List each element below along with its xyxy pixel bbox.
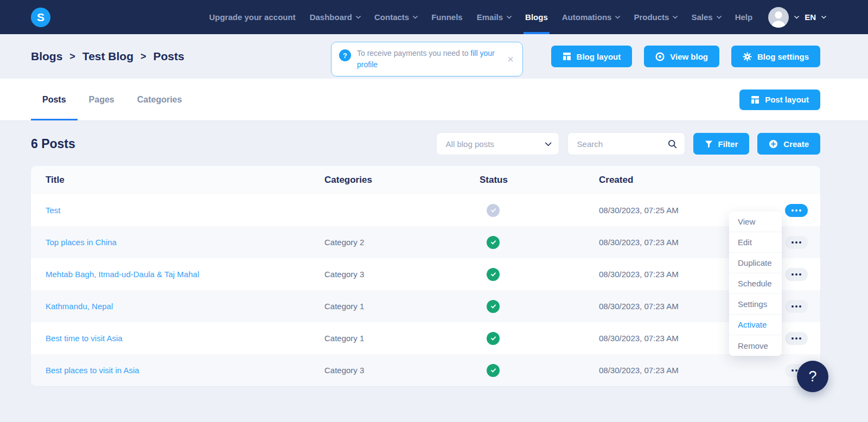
blog-posts-filter-select[interactable]: All blog posts — [436, 132, 559, 155]
nav-item-funnels[interactable]: Funnels — [424, 0, 470, 34]
table-rows: Test 08/30/2023, 07:25 AM Top places in … — [31, 194, 820, 386]
menu-item-edit[interactable]: Edit — [729, 232, 782, 253]
posts-count-heading: 6 Posts — [31, 137, 75, 151]
post-title-link[interactable]: Mehtab Bagh, Itmad-ud-Daula & Taj Mahal — [46, 270, 324, 279]
language-selector[interactable]: EN — [805, 12, 816, 22]
nav-item-help[interactable]: Help — [728, 0, 760, 34]
blog-layout-button[interactable]: Blog layout — [551, 46, 633, 67]
nav-item-upgrade-your-account[interactable]: Upgrade your account — [202, 0, 302, 34]
user-avatar[interactable] — [768, 7, 789, 28]
tab-pages[interactable]: Pages — [78, 79, 126, 120]
table-row: Best time to visit Asia Category 1 08/30… — [31, 322, 820, 354]
nav-item-automations[interactable]: Automations — [555, 0, 627, 34]
nav-item-products[interactable]: Products — [627, 0, 684, 34]
row-actions-button[interactable] — [785, 300, 808, 313]
select-value: All blog posts — [446, 139, 494, 149]
layout-icon — [563, 52, 571, 61]
breadcrumb-item-blogs[interactable]: Blogs — [31, 50, 62, 63]
tabs: Posts Pages Categories — [31, 79, 193, 120]
post-created-date: 08/30/2023, 07:23 AM — [599, 366, 759, 375]
row-actions-button[interactable] — [785, 332, 808, 345]
funnel-icon — [705, 140, 713, 148]
menu-item-remove[interactable]: Remove — [729, 335, 782, 356]
table-row: Best places to visit in Asia Category 3 … — [31, 354, 820, 386]
chevron-down-icon — [716, 14, 722, 19]
table-row: Top places in China Category 2 08/30/202… — [31, 226, 820, 258]
menu-item-view[interactable]: View — [729, 212, 782, 232]
menu-item-activate[interactable]: Activate — [729, 315, 782, 335]
check-icon — [490, 207, 497, 214]
post-title-link[interactable]: Kathmandu, Nepal — [46, 302, 324, 311]
nav-item-contacts[interactable]: Contacts — [367, 0, 424, 34]
row-actions-button[interactable] — [785, 236, 808, 249]
payment-notification-banner: ? To receive payments you need to fill y… — [331, 42, 523, 76]
chevron-down-icon — [507, 14, 512, 19]
content-toolbar: 6 Posts All blog posts Filter — [31, 132, 820, 156]
post-layout-button[interactable]: Post layout — [739, 89, 820, 110]
menu-item-duplicate[interactable]: Duplicate — [729, 253, 782, 273]
breadcrumb-item-posts[interactable]: Posts — [154, 50, 184, 63]
status-published-icon — [487, 332, 500, 345]
column-created: Created — [599, 175, 759, 186]
posts-table: Title Categories Status Created Test 08/… — [31, 166, 820, 386]
nav-item-emails[interactable]: Emails — [470, 0, 518, 34]
breadcrumb: Blogs>Test Blog>Posts — [31, 50, 184, 63]
post-category: Category 1 — [324, 302, 480, 311]
search-icon — [668, 139, 677, 149]
nav-item-sales[interactable]: Sales — [684, 0, 727, 34]
menu-item-settings[interactable]: Settings — [729, 294, 782, 315]
chevron-down-icon — [673, 14, 678, 19]
row-actions-button[interactable] — [785, 204, 808, 217]
check-icon — [490, 367, 497, 374]
nav-item-blogs[interactable]: Blogs — [518, 0, 555, 34]
post-title-link[interactable]: Top places in China — [46, 238, 324, 247]
post-title-link[interactable]: Best time to visit Asia — [46, 334, 324, 343]
menu-item-schedule[interactable]: Schedule — [729, 273, 782, 294]
post-title-link[interactable]: Best places to visit in Asia — [46, 366, 324, 375]
nav-items: Upgrade your account Dashboard Contacts … — [202, 0, 760, 34]
plus-circle-icon — [769, 139, 778, 149]
list-controls: All blog posts Filter — [436, 132, 820, 155]
status-published-icon — [487, 268, 500, 281]
column-status: Status — [480, 175, 599, 186]
search-input[interactable] — [577, 139, 668, 149]
row-context-menu: ViewEditDuplicateScheduleSettingsActivat… — [729, 212, 782, 356]
filter-button[interactable]: Filter — [693, 133, 750, 155]
breadcrumb-item-test-blog[interactable]: Test Blog — [82, 50, 133, 63]
blog-tabbar: Posts Pages Categories Post layout — [0, 79, 868, 121]
status-published-icon — [487, 364, 500, 377]
person-icon — [768, 7, 789, 28]
close-icon[interactable]: × — [507, 54, 514, 65]
table-row: Test 08/30/2023, 07:25 AM — [31, 194, 820, 226]
header-buttons: Blog layout View blog — [551, 46, 820, 67]
layout-icon — [751, 95, 760, 104]
top-navbar: S Upgrade your account Dashboard Contact… — [0, 0, 868, 34]
create-button[interactable]: Create — [757, 133, 820, 155]
post-category: Category 3 — [324, 366, 480, 375]
view-blog-button[interactable]: View blog — [644, 46, 719, 67]
blog-settings-button[interactable]: Blog settings — [731, 46, 820, 67]
status-published-icon — [487, 236, 500, 249]
page-header: Blogs>Test Blog>Posts ? To receive payme… — [0, 34, 868, 79]
chevron-down-icon — [794, 14, 800, 19]
tab-categories[interactable]: Categories — [126, 79, 194, 120]
table-row: Kathmandu, Nepal Category 1 08/30/2023, … — [31, 290, 820, 322]
help-button[interactable]: ? — [797, 361, 828, 392]
breadcrumb-separator: > — [141, 51, 146, 62]
table-header: Title Categories Status Created — [31, 166, 820, 194]
chevron-down-icon — [545, 139, 552, 146]
check-icon — [490, 271, 497, 278]
chevron-down-icon — [356, 14, 361, 19]
tab-posts[interactable]: Posts — [31, 79, 78, 120]
post-category: Category 2 — [324, 238, 480, 247]
post-title-link[interactable]: Test — [46, 206, 324, 215]
status-draft-icon — [487, 204, 500, 217]
post-category: Category 3 — [324, 270, 480, 279]
row-actions-button[interactable] — [785, 268, 808, 281]
nav-item-dashboard[interactable]: Dashboard — [303, 0, 367, 34]
app-logo[interactable]: S — [31, 8, 50, 27]
chevron-down-icon — [413, 14, 418, 19]
notification-text: To receive payments you need to fill you… — [357, 48, 501, 71]
column-title: Title — [46, 175, 324, 186]
check-icon — [490, 239, 497, 246]
